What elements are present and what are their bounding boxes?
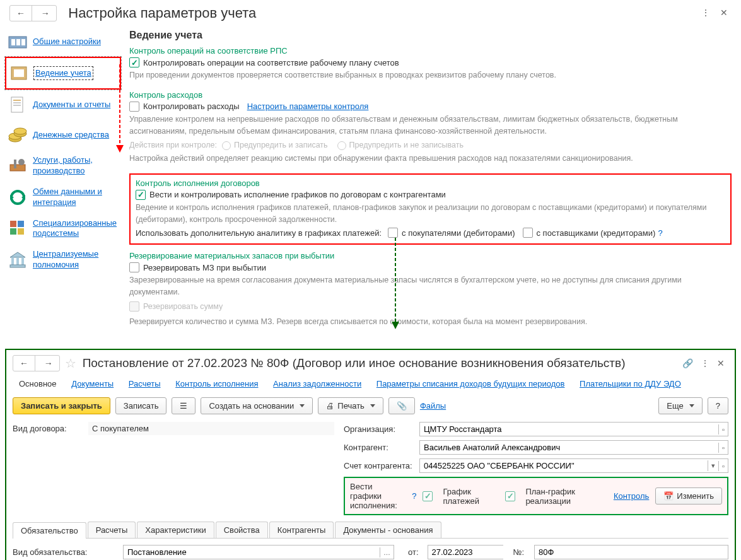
checkbox-creditors[interactable] bbox=[523, 228, 533, 238]
org-field[interactable] bbox=[420, 423, 718, 436]
control-link[interactable]: Контроль bbox=[614, 491, 649, 501]
date-input[interactable]: 📅 bbox=[428, 545, 503, 559]
close-icon[interactable]: ✕ bbox=[713, 358, 728, 368]
section-rps: Контроль операций на соответствие РПС Ко… bbox=[129, 46, 732, 81]
checkbox-label: Вести и контролировать исполнение график… bbox=[149, 190, 446, 199]
svg-rect-7 bbox=[13, 100, 21, 101]
sidebar-item-exchange[interactable]: Обмен данными и интеграция bbox=[5, 182, 121, 213]
back-button[interactable]: ← bbox=[10, 6, 32, 21]
oblig-type-field[interactable] bbox=[124, 545, 380, 559]
from-label: от: bbox=[408, 547, 419, 557]
sidebar-item-money[interactable]: Денежные средства bbox=[5, 120, 121, 150]
save-button[interactable]: Записать bbox=[115, 397, 167, 414]
sidebar-item-services[interactable]: Услуги, работы, производство bbox=[5, 150, 121, 182]
section-desc: Зарезервированные на время согласования … bbox=[129, 274, 732, 298]
tab-writeoff[interactable]: Параметры списания доходов будущих перио… bbox=[370, 376, 571, 391]
nav-buttons: ← → bbox=[13, 355, 60, 371]
checkbox-label: с поставщиками (кредиторами) bbox=[537, 228, 656, 238]
open-icon[interactable]: ▫ bbox=[718, 443, 728, 453]
org-label: Организация: bbox=[344, 424, 413, 434]
bank-icon bbox=[8, 250, 28, 270]
attach-button[interactable]: 📎 bbox=[388, 397, 415, 414]
subtab-basis[interactable]: Документы - основания bbox=[335, 522, 441, 538]
section-desc: При проведении документов проверяется со… bbox=[129, 69, 732, 81]
favorite-icon[interactable]: ☆ bbox=[65, 356, 76, 371]
section-head: Резервирование материальных запасов при … bbox=[129, 251, 732, 260]
svg-rect-9 bbox=[13, 105, 21, 106]
forward-button[interactable]: → bbox=[38, 356, 59, 371]
close-icon[interactable]: ✕ bbox=[716, 8, 732, 18]
menu-icon[interactable]: ⋮ bbox=[697, 358, 713, 368]
subtab-calc[interactable]: Расчеты bbox=[88, 522, 136, 538]
num-field[interactable] bbox=[535, 545, 728, 559]
svg-rect-27 bbox=[10, 265, 25, 267]
svg-rect-21 bbox=[10, 228, 16, 235]
more-button[interactable]: Еще bbox=[658, 397, 702, 414]
sidebar-item-accounting[interactable]: Ведение учета bbox=[5, 57, 121, 90]
tab-control[interactable]: Контроль исполнения bbox=[169, 376, 264, 391]
svg-rect-2 bbox=[16, 39, 20, 45]
print-button[interactable]: 🖨 Печать bbox=[318, 397, 383, 414]
open-icon[interactable]: ▫ bbox=[718, 461, 728, 471]
sync-icon bbox=[8, 187, 28, 207]
back-button[interactable]: ← bbox=[13, 356, 35, 371]
checkbox-realization[interactable] bbox=[505, 491, 515, 501]
date-field[interactable] bbox=[428, 545, 542, 559]
checkbox-contracts[interactable] bbox=[136, 190, 146, 200]
documents-icon bbox=[8, 95, 28, 115]
forward-button[interactable]: → bbox=[35, 6, 56, 21]
menu-icon[interactable]: ⋮ bbox=[697, 8, 714, 18]
checkbox-payments[interactable] bbox=[423, 491, 433, 501]
checkbox-label: Контролировать расходы bbox=[143, 102, 240, 111]
checkbox-expenses[interactable] bbox=[129, 102, 139, 112]
content-area: Ведение учета Контроль операций на соотв… bbox=[126, 26, 741, 342]
files-link[interactable]: Файлы bbox=[420, 401, 446, 411]
subtab-ctr[interactable]: Контрагенты bbox=[269, 522, 334, 538]
coins-icon bbox=[8, 125, 28, 145]
sidebar-item-label: Общие настройки bbox=[33, 37, 101, 47]
edit-button[interactable]: 📅 Изменить bbox=[655, 487, 722, 505]
page-title: Настройка параметров учета bbox=[68, 5, 256, 21]
create-button[interactable]: Создать на основании bbox=[201, 397, 313, 414]
section-expenses: Контроль расходов Контролировать расходы… bbox=[129, 90, 732, 165]
link-icon[interactable]: 🔗 bbox=[679, 358, 697, 368]
sidebar-item-docs[interactable]: Документы и отчеты bbox=[5, 90, 121, 120]
acc-field[interactable] bbox=[420, 459, 708, 472]
svg-rect-8 bbox=[13, 102, 21, 103]
list-button[interactable]: ☰ bbox=[172, 397, 195, 414]
tab-payers[interactable]: Плательщики по ДДУ ЭДО bbox=[573, 376, 687, 391]
open-icon[interactable]: ▫ bbox=[718, 424, 728, 435]
sidebar-item-central[interactable]: Централизуемые полномочия bbox=[5, 244, 121, 276]
ctr-field[interactable] bbox=[420, 441, 718, 454]
sidebar-item-label: Специализированные подсистемы bbox=[33, 218, 119, 240]
select-icon[interactable]: … bbox=[380, 547, 394, 557]
help-button[interactable]: ? bbox=[708, 397, 728, 414]
checkbox-debtors[interactable] bbox=[388, 228, 398, 238]
num-input[interactable] bbox=[534, 545, 728, 559]
subtab-obligation[interactable]: Обязательство bbox=[13, 522, 86, 539]
ctr-input[interactable]: ▫ bbox=[419, 440, 728, 455]
subtab-prop[interactable]: Свойства bbox=[216, 522, 268, 538]
help-icon[interactable]: ? bbox=[658, 228, 662, 238]
section-desc: Резервируется количество и сумма МЗ. Рез… bbox=[129, 316, 732, 328]
checkbox-rps[interactable] bbox=[129, 57, 139, 67]
save-close-button[interactable]: Записать и закрыть bbox=[13, 397, 110, 414]
tab-docs[interactable]: Документы bbox=[65, 376, 120, 391]
nav-buttons: ← → bbox=[9, 5, 57, 21]
link-params[interactable]: Настроить параметры контроля bbox=[247, 102, 369, 111]
radio-warn-nosave bbox=[337, 141, 346, 150]
oblig-type-input[interactable]: … bbox=[123, 545, 394, 559]
sidebar-item-general[interactable]: Общие настройки bbox=[5, 26, 121, 57]
checkbox-reserve[interactable] bbox=[129, 262, 139, 272]
acc-input[interactable]: ▾ ▫ bbox=[419, 458, 728, 473]
subtab-char[interactable]: Характеристики bbox=[137, 522, 214, 538]
help-icon[interactable]: ? bbox=[412, 491, 416, 501]
dropdown-icon[interactable]: ▾ bbox=[708, 460, 718, 471]
tab-main[interactable]: Основное bbox=[13, 376, 63, 391]
sidebar-item-label: Денежные средства bbox=[33, 130, 109, 141]
tab-debt[interactable]: Анализ задолженности bbox=[267, 376, 368, 391]
sidebar-item-subsystems[interactable]: Специализированные подсистемы bbox=[5, 213, 121, 245]
tab-calc[interactable]: Расчеты bbox=[122, 376, 167, 391]
tools-icon bbox=[8, 156, 28, 176]
org-input[interactable]: ▫ bbox=[419, 422, 728, 436]
